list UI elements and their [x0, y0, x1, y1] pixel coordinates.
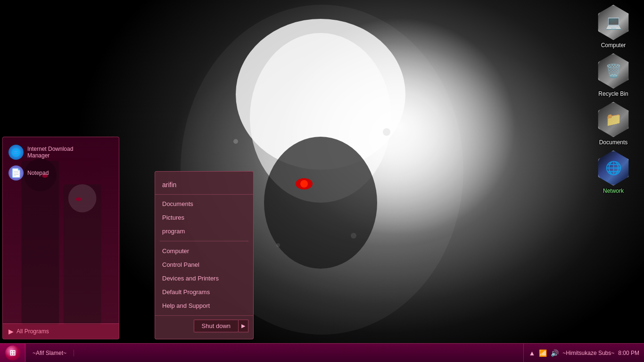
shutdown-arrow-button[interactable]: ▶	[239, 320, 248, 332]
menu-item-devices-printers[interactable]: Devices and Printers	[155, 272, 253, 285]
network-face: 🌐	[597, 151, 630, 185]
start-menu-left-panel: 🌐 Internet DownloadManager 📄 Notepad ▶ A…	[2, 137, 119, 339]
menu-item-program[interactable]: program	[155, 224, 253, 238]
menu-item-pictures[interactable]: Pictures	[155, 211, 253, 224]
documents-label: Documents	[599, 139, 628, 146]
svg-point-13	[68, 184, 97, 213]
windows-icon: ⊞	[9, 348, 16, 357]
taskbar-network-icon[interactable]: 📶	[539, 349, 547, 357]
desktop-icon-documents[interactable]: 📁 Documents	[592, 102, 635, 146]
taskbar: ⊞ ~Afif Slamet~ ▲ 📶 🔊 ~Himitsukaze Subs~…	[0, 343, 644, 362]
menu-item-default-programs[interactable]: Default Programs	[155, 285, 253, 299]
svg-rect-12	[64, 184, 101, 325]
desktop-icons: 💻 Computer 🗑️ Recycle Bin 📁 Documents 🌐 …	[592, 5, 635, 194]
menu-divider-1	[160, 241, 248, 241]
computer-face: 💻	[597, 6, 630, 39]
taskbar-time: 8:00 PM	[618, 350, 639, 356]
taskbar-time-text: 8:00 PM	[618, 350, 639, 356]
menu-item-help-support[interactable]: Help and Support	[155, 299, 253, 313]
notepad-label: Notepad	[27, 170, 49, 176]
all-programs-bar[interactable]: ▶ All Programs	[3, 323, 119, 339]
documents-icon-img: 📁	[596, 102, 631, 137]
desktop-icon-computer[interactable]: 💻 Computer	[592, 5, 635, 49]
recycle-label: Recycle Bin	[598, 90, 628, 97]
menu-item-computer[interactable]: Computer	[155, 244, 253, 258]
pinned-item-idm[interactable]: 🌐 Internet DownloadManager	[7, 142, 115, 163]
desktop-icon-network[interactable]: 🌐 Network	[592, 150, 635, 194]
notepad-icon: 📄	[8, 165, 24, 181]
desktop-icon-recycle-bin[interactable]: 🗑️ Recycle Bin	[592, 53, 635, 97]
pinned-item-notepad[interactable]: 📄 Notepad	[7, 163, 115, 183]
documents-face: 📁	[597, 103, 630, 136]
menu-username: arifin	[155, 181, 253, 195]
start-button[interactable]: ⊞	[0, 344, 25, 362]
shutdown-button[interactable]: Shut down	[194, 320, 239, 332]
svg-rect-10	[22, 161, 59, 324]
menu-item-documents[interactable]: Documents	[155, 197, 253, 211]
computer-icon-img: 💻	[596, 5, 631, 40]
taskbar-right: ▲ 📶 🔊 ~Himitsukaze Subs~ 8:00 PM	[523, 344, 644, 362]
taskbar-speaker-icon[interactable]: 🔊	[551, 349, 559, 357]
desktop: 💻 Computer 🗑️ Recycle Bin 📁 Documents 🌐 …	[0, 0, 644, 362]
idm-icon: 🌐	[8, 145, 24, 160]
pinned-items: 🌐 Internet DownloadManager 📄 Notepad	[7, 142, 115, 183]
idm-label: Internet DownloadManager	[27, 146, 73, 159]
recycle-icon-img: 🗑️	[596, 53, 631, 89]
network-label: Network	[603, 188, 624, 194]
start-orb: ⊞	[5, 346, 20, 361]
all-programs-label: All Programs	[17, 328, 49, 335]
all-programs-arrow-icon: ▶	[8, 328, 14, 335]
taskbar-right-label: ~Himitsukaze Subs~	[562, 350, 614, 356]
menu-item-control-panel[interactable]: Control Panel	[155, 258, 253, 272]
recycle-face: 🗑️	[597, 54, 630, 88]
taskbar-user-label: ~Afif Slamet~	[25, 350, 74, 356]
taskbar-arrow-icon[interactable]: ▲	[528, 349, 535, 357]
computer-label: Computer	[601, 42, 626, 49]
network-icon-img: 🌐	[596, 150, 631, 186]
svg-point-15	[76, 197, 82, 201]
start-menu-right-panel: arifin Documents Pictures program Comput…	[155, 171, 254, 339]
shutdown-bar: Shut down ▶	[155, 315, 253, 334]
